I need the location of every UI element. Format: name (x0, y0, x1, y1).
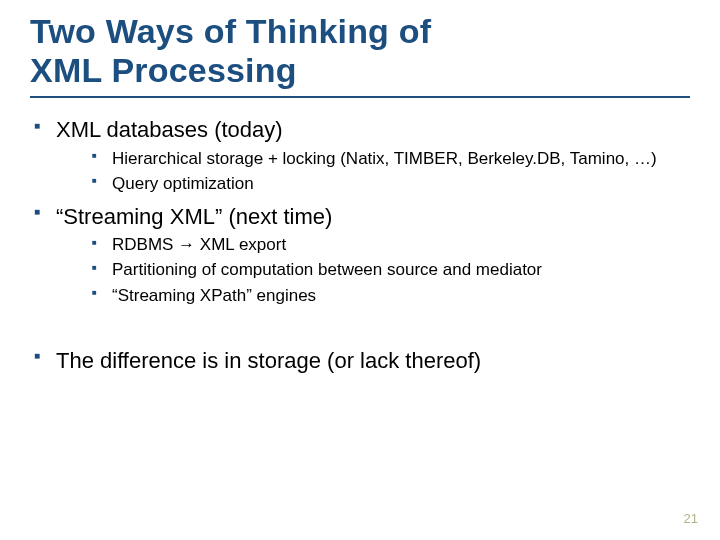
bullet-3: The difference is in storage (or lack th… (30, 347, 690, 375)
bullet-2: “Streaming XML” (next time) RDBMS → XML … (30, 203, 690, 307)
slide-body: XML databases (today) Hierarchical stora… (30, 116, 690, 374)
bullet-2-text: “Streaming XML” (next time) (56, 204, 332, 229)
slide-title: Two Ways of Thinking of XML Processing (30, 12, 690, 90)
slide: Two Ways of Thinking of XML Processing X… (0, 0, 720, 540)
bullet-2-sub-1: RDBMS → XML export (90, 234, 690, 256)
page-number: 21 (684, 511, 698, 526)
bullet-1-sub-1: Hierarchical storage + locking (Natix, T… (90, 148, 690, 170)
bullet-1-text: XML databases (today) (56, 117, 283, 142)
title-line-2: XML Processing (30, 51, 297, 89)
bullet-1-sublist: Hierarchical storage + locking (Natix, T… (56, 148, 690, 195)
bullet-1-sub-2: Query optimization (90, 173, 690, 195)
title-line-1: Two Ways of Thinking of (30, 12, 431, 50)
bullet-1: XML databases (today) Hierarchical stora… (30, 116, 690, 195)
bullet-2-sub-2: Partitioning of computation between sour… (90, 259, 690, 281)
spacer (30, 313, 690, 339)
bullet-list: XML databases (today) Hierarchical stora… (30, 116, 690, 306)
title-underline (30, 96, 690, 98)
bullet-list-2: The difference is in storage (or lack th… (30, 347, 690, 375)
bullet-2-sublist: RDBMS → XML export Partitioning of compu… (56, 234, 690, 306)
bullet-2-sub-3: “Streaming XPath” engines (90, 285, 690, 307)
